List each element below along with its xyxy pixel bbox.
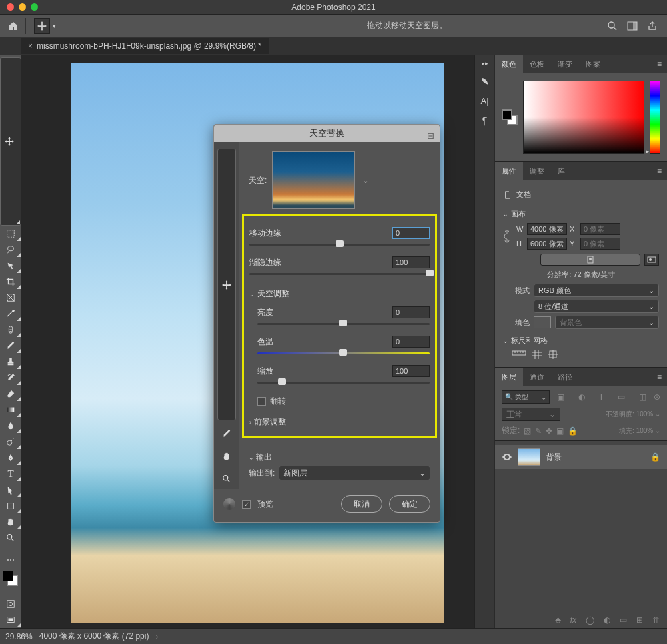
canvas-dims[interactable]: 4000 像素 x 6000 像素 (72 ppi) [39, 631, 149, 642]
lasso-tool[interactable] [0, 242, 21, 258]
ruler-icon[interactable] [512, 350, 526, 359]
canvas-area[interactable]: 天空替换 ⊟ 天空: ⌄ 移动边缘 [21, 55, 474, 628]
zoom-tool[interactable] [0, 530, 21, 546]
fx-icon[interactable]: fx [570, 615, 576, 625]
shift-edge-input[interactable] [392, 227, 430, 239]
eyedropper-tool[interactable] [0, 306, 21, 322]
new-layer-icon[interactable]: ⊞ [636, 615, 643, 625]
temp-slider[interactable] [249, 349, 430, 358]
layer-thumb[interactable] [518, 448, 540, 466]
tab-adjustments[interactable]: 调整 [523, 162, 551, 180]
panel-menu-icon[interactable]: ≡ [652, 166, 667, 176]
adjustment-icon[interactable]: ◐ [604, 615, 610, 625]
panel-menu-icon[interactable]: ≡ [652, 372, 667, 382]
visibility-icon[interactable] [502, 453, 512, 461]
stamp-tool[interactable] [0, 354, 21, 370]
sky-hand-tool[interactable] [217, 447, 236, 466]
close-tab-icon[interactable]: × [28, 41, 33, 51]
lock-trans-icon[interactable]: ▧ [524, 426, 531, 436]
filter-smart-icon[interactable]: ◫ [639, 392, 646, 402]
scale-slider[interactable] [249, 378, 430, 388]
sky-preset-thumb[interactable] [272, 151, 355, 209]
layer-filter-select[interactable]: 🔍 类型⌄ [502, 390, 550, 404]
panel-toggle-icon[interactable]: ▸▸ [482, 60, 488, 67]
minimize-window-button[interactable] [19, 3, 26, 11]
document-tab[interactable]: × missmushroom-bPH-HJ1F09k-unsplash.jpg … [21, 38, 269, 54]
dodge-tool[interactable] [0, 434, 21, 450]
brightness-input[interactable] [392, 306, 430, 318]
brightness-slider[interactable] [249, 320, 430, 329]
quickmask-tool[interactable] [0, 596, 21, 612]
character-icon[interactable]: A| [480, 96, 488, 106]
output-to-select[interactable]: 新图层⌄ [279, 466, 430, 480]
color-field[interactable]: ▸ [523, 81, 644, 154]
ellipsis-icon[interactable]: ⋯ [0, 552, 21, 568]
color-swatches[interactable] [0, 568, 21, 588]
screenmode-tool[interactable] [0, 612, 21, 628]
sky-zoom-tool[interactable] [217, 470, 236, 489]
close-icon[interactable]: ⊟ [427, 127, 434, 145]
tab-paths[interactable]: 路径 [551, 368, 579, 386]
pen-tool[interactable] [0, 450, 21, 466]
maximize-window-button[interactable] [31, 3, 38, 11]
mode-select[interactable]: RGB 颜色⌄ [534, 284, 659, 297]
healing-tool[interactable] [0, 322, 21, 338]
filter-image-icon[interactable]: ▣ [557, 392, 564, 402]
tab-color[interactable]: 颜色 [495, 55, 523, 73]
flip-checkbox[interactable] [257, 397, 266, 406]
guides-icon[interactable] [548, 350, 558, 359]
blur-tool[interactable] [0, 418, 21, 434]
tab-layers[interactable]: 图层 [495, 368, 523, 386]
fill-swatch[interactable] [534, 316, 551, 328]
home-icon[interactable] [5, 18, 21, 34]
lock-paint-icon[interactable]: ✎ [535, 426, 542, 436]
shape-tool[interactable] [0, 498, 21, 514]
frame-tool[interactable] [0, 290, 21, 306]
brush-tool[interactable] [0, 338, 21, 354]
fade-edge-input[interactable] [392, 256, 430, 268]
move-tool[interactable] [0, 57, 21, 226]
fade-edge-slider[interactable] [249, 270, 430, 279]
fg-bg-swatch[interactable] [502, 109, 518, 125]
tab-swatches[interactable]: 色板 [523, 55, 551, 73]
eraser-tool[interactable] [0, 386, 21, 402]
paragraph-icon[interactable]: ¶ [482, 115, 488, 126]
hand-tool[interactable] [0, 514, 21, 530]
link-layers-icon[interactable]: ⬘ [555, 615, 561, 625]
workspace-icon[interactable] [627, 21, 638, 31]
delete-layer-icon[interactable]: 🗑 [652, 615, 660, 625]
move-tool-icon[interactable] [34, 18, 50, 34]
chevron-right-icon[interactable]: › [155, 632, 158, 641]
filter-toggle[interactable]: ⊙ [654, 392, 660, 402]
filter-shape-icon[interactable]: ▭ [618, 392, 625, 402]
output-header[interactable]: 输出 [256, 452, 272, 462]
width-input[interactable] [527, 223, 567, 235]
gradient-tool[interactable] [0, 402, 21, 418]
blend-mode-select[interactable]: 正常⌄ [502, 408, 560, 421]
canvas-section[interactable]: ⌄画布 [503, 209, 659, 219]
close-window-button[interactable] [7, 3, 14, 11]
rulers-section[interactable]: ⌄标尺和网格 [503, 336, 659, 346]
tab-gradients[interactable]: 渐变 [551, 55, 579, 73]
scale-input[interactable] [392, 365, 430, 377]
marquee-tool[interactable] [0, 226, 21, 242]
chevron-down-icon[interactable]: ⌄ [363, 177, 368, 184]
lock-pos-icon[interactable]: ✥ [546, 426, 552, 436]
ok-button[interactable]: 确定 [389, 495, 430, 513]
temp-input[interactable] [392, 336, 430, 348]
chevron-down-icon[interactable]: ▾ [53, 23, 56, 29]
filter-type-icon[interactable]: T [599, 392, 604, 402]
depth-select[interactable]: 8 位/通道⌄ [534, 300, 659, 313]
cancel-button[interactable]: 取消 [341, 495, 382, 513]
landscape-button[interactable] [644, 254, 659, 266]
portrait-button[interactable] [540, 254, 640, 266]
grid-icon[interactable] [532, 350, 542, 359]
type-tool[interactable]: T [0, 466, 21, 482]
shift-edge-slider[interactable] [249, 240, 430, 250]
tab-patterns[interactable]: 图案 [579, 55, 607, 73]
filter-adjust-icon[interactable]: ◐ [578, 392, 585, 402]
tab-properties[interactable]: 属性 [495, 162, 523, 180]
selection-tool[interactable] [0, 258, 21, 274]
layer-row[interactable]: 背景 🔒 [495, 445, 667, 469]
lock-artb-icon[interactable]: ▣ [556, 426, 564, 436]
